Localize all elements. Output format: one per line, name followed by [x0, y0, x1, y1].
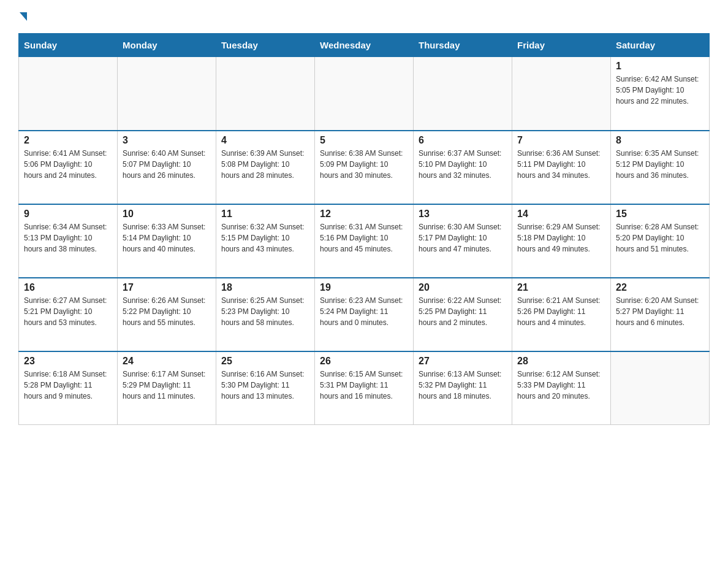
- day-info: Sunrise: 6:18 AM Sunset: 5:28 PM Dayligh…: [24, 369, 112, 402]
- col-header-monday: Monday: [118, 34, 216, 57]
- day-info: Sunrise: 6:22 AM Sunset: 5:25 PM Dayligh…: [419, 295, 507, 328]
- day-number: 28: [517, 356, 605, 367]
- day-info: Sunrise: 6:32 AM Sunset: 5:15 PM Dayligh…: [221, 221, 309, 255]
- day-number: 10: [123, 209, 211, 220]
- col-header-wednesday: Wednesday: [315, 34, 414, 57]
- day-info: Sunrise: 6:26 AM Sunset: 5:22 PM Dayligh…: [123, 295, 211, 328]
- calendar-week-row: 2Sunrise: 6:41 AM Sunset: 5:06 PM Daylig…: [19, 131, 710, 204]
- calendar-week-row: 9Sunrise: 6:34 AM Sunset: 5:13 PM Daylig…: [19, 204, 710, 278]
- day-info: Sunrise: 6:37 AM Sunset: 5:10 PM Dayligh…: [419, 148, 507, 181]
- calendar-cell: [414, 57, 512, 131]
- day-number: 13: [419, 209, 507, 220]
- day-number: 17: [123, 282, 211, 293]
- calendar-cell: [19, 57, 118, 131]
- calendar-week-row: 1Sunrise: 6:42 AM Sunset: 5:05 PM Daylig…: [19, 57, 710, 131]
- day-number: 20: [419, 282, 507, 293]
- day-number: 24: [123, 356, 211, 367]
- calendar-cell: 27Sunrise: 6:13 AM Sunset: 5:32 PM Dayli…: [414, 351, 512, 425]
- day-number: 27: [419, 356, 507, 367]
- day-info: Sunrise: 6:34 AM Sunset: 5:13 PM Dayligh…: [24, 221, 112, 255]
- calendar-cell: [611, 351, 710, 425]
- calendar-cell: [118, 57, 216, 131]
- logo: [18, 12, 28, 21]
- day-number: 25: [221, 356, 309, 367]
- day-number: 26: [320, 356, 408, 367]
- day-info: Sunrise: 6:36 AM Sunset: 5:11 PM Dayligh…: [517, 148, 605, 181]
- day-info: Sunrise: 6:29 AM Sunset: 5:18 PM Dayligh…: [517, 221, 605, 255]
- calendar-cell: 6Sunrise: 6:37 AM Sunset: 5:10 PM Daylig…: [414, 131, 512, 204]
- day-info: Sunrise: 6:42 AM Sunset: 5:05 PM Dayligh…: [616, 74, 704, 107]
- day-number: 19: [320, 282, 408, 293]
- col-header-tuesday: Tuesday: [216, 34, 315, 57]
- calendar-week-row: 16Sunrise: 6:27 AM Sunset: 5:21 PM Dayli…: [19, 278, 710, 351]
- day-number: 15: [616, 209, 704, 220]
- calendar-cell: 20Sunrise: 6:22 AM Sunset: 5:25 PM Dayli…: [414, 278, 512, 351]
- day-number: 22: [616, 282, 704, 293]
- day-info: Sunrise: 6:33 AM Sunset: 5:14 PM Dayligh…: [123, 221, 211, 255]
- day-number: 5: [320, 135, 408, 146]
- calendar-cell: 18Sunrise: 6:25 AM Sunset: 5:23 PM Dayli…: [216, 278, 315, 351]
- day-number: 21: [517, 282, 605, 293]
- calendar-cell: 26Sunrise: 6:15 AM Sunset: 5:31 PM Dayli…: [315, 351, 414, 425]
- col-header-friday: Friday: [512, 34, 611, 57]
- calendar-table: SundayMondayTuesdayWednesdayThursdayFrid…: [18, 33, 710, 425]
- calendar-cell: 21Sunrise: 6:21 AM Sunset: 5:26 PM Dayli…: [512, 278, 611, 351]
- logo-arrow-icon: [20, 12, 27, 21]
- calendar-cell: 7Sunrise: 6:36 AM Sunset: 5:11 PM Daylig…: [512, 131, 611, 204]
- day-info: Sunrise: 6:38 AM Sunset: 5:09 PM Dayligh…: [320, 148, 408, 181]
- day-info: Sunrise: 6:39 AM Sunset: 5:08 PM Dayligh…: [221, 148, 309, 181]
- day-info: Sunrise: 6:41 AM Sunset: 5:06 PM Dayligh…: [24, 148, 112, 181]
- day-info: Sunrise: 6:20 AM Sunset: 5:27 PM Dayligh…: [616, 295, 704, 328]
- calendar-cell: 15Sunrise: 6:28 AM Sunset: 5:20 PM Dayli…: [611, 204, 710, 278]
- day-number: 14: [517, 209, 605, 220]
- day-info: Sunrise: 6:30 AM Sunset: 5:17 PM Dayligh…: [419, 221, 507, 255]
- calendar-cell: 8Sunrise: 6:35 AM Sunset: 5:12 PM Daylig…: [611, 131, 710, 204]
- day-info: Sunrise: 6:27 AM Sunset: 5:21 PM Dayligh…: [24, 295, 112, 328]
- day-info: Sunrise: 6:13 AM Sunset: 5:32 PM Dayligh…: [419, 369, 507, 402]
- day-info: Sunrise: 6:16 AM Sunset: 5:30 PM Dayligh…: [221, 369, 309, 402]
- calendar-cell: 24Sunrise: 6:17 AM Sunset: 5:29 PM Dayli…: [118, 351, 216, 425]
- calendar-cell: 1Sunrise: 6:42 AM Sunset: 5:05 PM Daylig…: [611, 57, 710, 131]
- calendar-cell: 16Sunrise: 6:27 AM Sunset: 5:21 PM Dayli…: [19, 278, 118, 351]
- day-info: Sunrise: 6:25 AM Sunset: 5:23 PM Dayligh…: [221, 295, 309, 328]
- calendar-cell: [512, 57, 611, 131]
- col-header-sunday: Sunday: [19, 34, 118, 57]
- day-number: 6: [419, 135, 507, 146]
- day-info: Sunrise: 6:21 AM Sunset: 5:26 PM Dayligh…: [517, 295, 605, 328]
- calendar-week-row: 23Sunrise: 6:18 AM Sunset: 5:28 PM Dayli…: [19, 351, 710, 425]
- calendar-cell: 5Sunrise: 6:38 AM Sunset: 5:09 PM Daylig…: [315, 131, 414, 204]
- day-info: Sunrise: 6:23 AM Sunset: 5:24 PM Dayligh…: [320, 295, 408, 328]
- calendar-cell: 28Sunrise: 6:12 AM Sunset: 5:33 PM Dayli…: [512, 351, 611, 425]
- calendar-cell: 19Sunrise: 6:23 AM Sunset: 5:24 PM Dayli…: [315, 278, 414, 351]
- day-info: Sunrise: 6:40 AM Sunset: 5:07 PM Dayligh…: [123, 148, 211, 181]
- day-info: Sunrise: 6:12 AM Sunset: 5:33 PM Dayligh…: [517, 369, 605, 402]
- day-number: 16: [24, 282, 112, 293]
- calendar-cell: 22Sunrise: 6:20 AM Sunset: 5:27 PM Dayli…: [611, 278, 710, 351]
- calendar-cell: 4Sunrise: 6:39 AM Sunset: 5:08 PM Daylig…: [216, 131, 315, 204]
- calendar-cell: 9Sunrise: 6:34 AM Sunset: 5:13 PM Daylig…: [19, 204, 118, 278]
- calendar-cell: 11Sunrise: 6:32 AM Sunset: 5:15 PM Dayli…: [216, 204, 315, 278]
- calendar-cell: 12Sunrise: 6:31 AM Sunset: 5:16 PM Dayli…: [315, 204, 414, 278]
- day-number: 2: [24, 135, 112, 146]
- day-number: 23: [24, 356, 112, 367]
- day-info: Sunrise: 6:31 AM Sunset: 5:16 PM Dayligh…: [320, 221, 408, 255]
- day-info: Sunrise: 6:15 AM Sunset: 5:31 PM Dayligh…: [320, 369, 408, 402]
- day-number: 12: [320, 209, 408, 220]
- col-header-thursday: Thursday: [414, 34, 512, 57]
- calendar-cell: [216, 57, 315, 131]
- day-info: Sunrise: 6:35 AM Sunset: 5:12 PM Dayligh…: [616, 148, 704, 181]
- page-header: [18, 12, 710, 21]
- day-number: 8: [616, 135, 704, 146]
- calendar-cell: 25Sunrise: 6:16 AM Sunset: 5:30 PM Dayli…: [216, 351, 315, 425]
- day-number: 7: [517, 135, 605, 146]
- day-number: 4: [221, 135, 309, 146]
- calendar-cell: 17Sunrise: 6:26 AM Sunset: 5:22 PM Dayli…: [118, 278, 216, 351]
- day-number: 3: [123, 135, 211, 146]
- calendar-cell: 3Sunrise: 6:40 AM Sunset: 5:07 PM Daylig…: [118, 131, 216, 204]
- calendar-cell: 2Sunrise: 6:41 AM Sunset: 5:06 PM Daylig…: [19, 131, 118, 204]
- calendar-cell: [315, 57, 414, 131]
- calendar-cell: 23Sunrise: 6:18 AM Sunset: 5:28 PM Dayli…: [19, 351, 118, 425]
- day-number: 18: [221, 282, 309, 293]
- day-number: 9: [24, 209, 112, 220]
- day-info: Sunrise: 6:17 AM Sunset: 5:29 PM Dayligh…: [123, 369, 211, 402]
